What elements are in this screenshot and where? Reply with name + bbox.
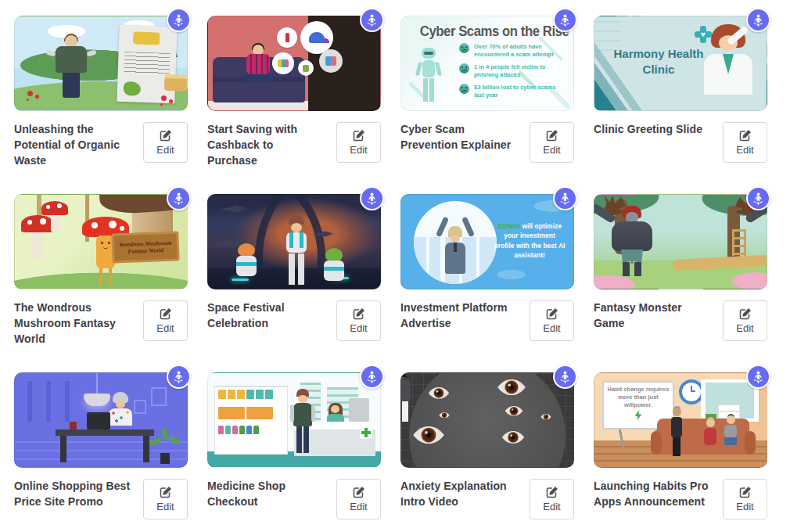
- wall-frame: [151, 387, 167, 406]
- edit-button[interactable]: Edit: [336, 300, 381, 341]
- character-rotate-icon: [364, 369, 379, 384]
- character-badge[interactable]: [746, 186, 770, 210]
- wooden-sign: Wondrous Mushroom Fantasy World: [111, 232, 179, 264]
- edit-button[interactable]: Edit: [530, 479, 574, 519]
- edit-button[interactable]: Edit: [143, 300, 188, 341]
- eye: [412, 426, 445, 444]
- edit-button[interactable]: Edit: [336, 122, 381, 163]
- potted-plant: [149, 431, 181, 464]
- character-badge[interactable]: [360, 365, 384, 389]
- edit-button[interactable]: Edit: [723, 300, 767, 341]
- character-badge[interactable]: [167, 8, 191, 32]
- template-card-space: Space Festival Celebration Edit: [207, 194, 381, 346]
- character-boy: [56, 34, 87, 106]
- ad-message: ZaTech will optimize your investment pro…: [494, 221, 566, 260]
- template-title: Medicine Shop Checkout: [207, 479, 325, 510]
- fox-alien: [235, 243, 258, 276]
- template-card-monster: Fantasy Monster Game Edit: [594, 194, 767, 346]
- edit-button[interactable]: Edit: [143, 479, 188, 519]
- thumbnail-investment[interactable]: ZaTech will optimize your investment pro…: [400, 194, 574, 289]
- thumbnail-cashback[interactable]: [207, 16, 381, 111]
- edit-button[interactable]: Edit: [530, 300, 574, 341]
- template-card-medicine: Medicine Shop Checkout Edit: [207, 372, 381, 524]
- edit-pencil-icon: [546, 307, 558, 320]
- edit-label: Edit: [350, 501, 367, 512]
- character-rotate-icon: [558, 13, 573, 27]
- stat-text: $3 billion lost to cyber scams last year: [474, 84, 561, 99]
- thumbnail-clinic[interactable]: Harmony Health Clinic: [594, 16, 767, 111]
- stat-row: $3 billion lost to cyber scams last year: [459, 84, 561, 99]
- template-card-mushroom: Wondrous Mushroom Fantasy World The Wond…: [14, 194, 188, 346]
- thumbnail-art: [207, 372, 381, 468]
- template-card-habits: Habit change requires more than just wil…: [594, 372, 767, 524]
- template-title: Start Saving with Cashback to Purchase: [207, 122, 325, 169]
- thumbnail-mushroom[interactable]: Wondrous Mushroom Fantasy World: [14, 194, 188, 289]
- thumbnail-art: [207, 194, 381, 289]
- character-badge[interactable]: [167, 365, 191, 389]
- stat-row: Over 70% of adults have encountered a sc…: [459, 43, 561, 59]
- edit-label: Edit: [350, 144, 367, 156]
- thumbnail-art: [594, 194, 767, 289]
- cash-register: [349, 398, 369, 422]
- character-badge[interactable]: [360, 8, 384, 32]
- customer-character: [289, 389, 316, 458]
- character-badge[interactable]: [553, 186, 577, 210]
- edit-button[interactable]: Edit: [143, 122, 188, 163]
- thumbnail-cyber-scam[interactable]: Cyber Scams on the Rise Over 70% of adul…: [400, 16, 574, 111]
- lightning-bolt-icon: [635, 410, 642, 420]
- character-woman: [241, 43, 275, 98]
- thumbnail-art: ZaTech will optimize your investment pro…: [400, 194, 574, 289]
- edit-pencil-icon: [546, 129, 558, 142]
- template-gallery: Unleashing the Potential of Organic Wast…: [0, 0, 790, 524]
- template-title: Anxiety Explanation Intro Video: [400, 479, 518, 510]
- character-rotate-icon: [171, 13, 186, 27]
- whiteboard-text: Habit change requires more than just wil…: [608, 386, 670, 408]
- template-title: Investment Platform Advertise: [400, 300, 518, 332]
- cheese-toast: [133, 31, 160, 45]
- character-rotate-icon: [364, 13, 379, 27]
- eye: [439, 412, 450, 418]
- pharmacy-cross-icon: [360, 426, 372, 439]
- template-title: Clinic Greeting Slide: [594, 122, 711, 138]
- thumbnail-organic-waste[interactable]: [14, 16, 188, 111]
- businesswoman-character: [440, 215, 471, 284]
- thumbnail-medicine[interactable]: [207, 372, 381, 468]
- edit-button[interactable]: Edit: [336, 479, 381, 519]
- template-title: The Wondrous Mushroom Fantasy World: [14, 300, 131, 347]
- template-card-investment: ZaTech will optimize your investment pro…: [400, 194, 574, 346]
- thumbnail-monster[interactable]: [594, 194, 767, 289]
- character-badge[interactable]: [746, 8, 770, 32]
- character-badge[interactable]: [360, 186, 384, 210]
- thumbnail-anxiety[interactable]: [400, 372, 574, 468]
- character-rotate-icon: [558, 369, 573, 384]
- sad-face-icon: [459, 84, 469, 94]
- edit-label: Edit: [736, 144, 753, 156]
- template-title: Space Festival Celebration: [207, 300, 325, 332]
- thumbnail-habits[interactable]: Habit change requires more than just wil…: [594, 372, 767, 468]
- edit-pencil-icon: [739, 307, 752, 320]
- edit-button[interactable]: Edit: [723, 479, 767, 519]
- lamp-shade: [84, 394, 110, 406]
- template-card-anxiety: Anxiety Explanation Intro Video Edit: [400, 372, 574, 524]
- edit-button[interactable]: Edit: [530, 122, 574, 163]
- lettuce: [124, 81, 142, 96]
- eye: [540, 414, 551, 419]
- medicine-shelf: [214, 386, 288, 455]
- character-badge[interactable]: [746, 365, 770, 389]
- thumbnail-shopping[interactable]: [14, 372, 188, 468]
- shopper-character: [107, 392, 134, 431]
- thumbnail-space[interactable]: [207, 194, 381, 289]
- edit-button[interactable]: Edit: [723, 122, 767, 163]
- lamp-cord: [96, 373, 98, 395]
- seated-woman-character: [702, 419, 718, 450]
- edit-label: Edit: [156, 501, 174, 512]
- character-badge[interactable]: [167, 186, 191, 210]
- edit-label: Edit: [543, 322, 560, 334]
- character-rotate-icon: [751, 369, 766, 384]
- character-badge[interactable]: [553, 8, 577, 32]
- character-badge[interactable]: [553, 365, 577, 389]
- spotlight-circle: [414, 201, 497, 284]
- hero-character: [283, 215, 310, 287]
- product-bubble-lipstick: [277, 27, 297, 48]
- template-title: Fantasy Monster Game: [594, 300, 711, 332]
